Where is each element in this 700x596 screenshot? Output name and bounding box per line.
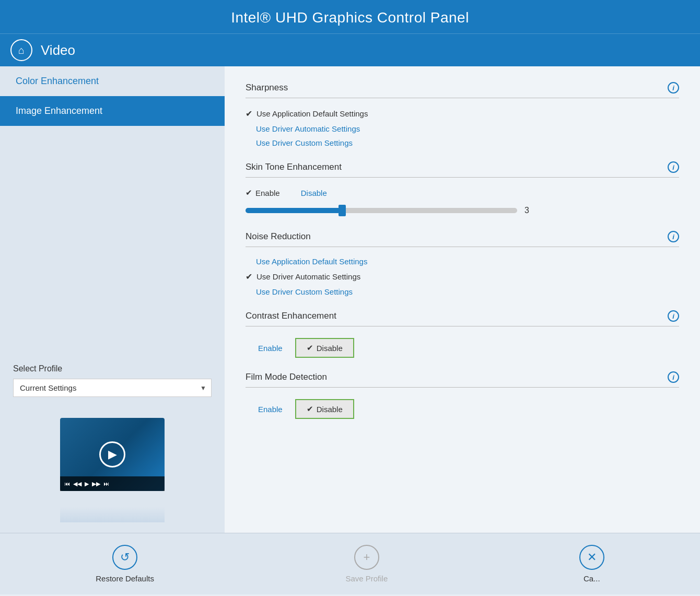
contrast-title: Contrast Enhancement — [246, 311, 336, 321]
cancel-label: Ca... — [584, 574, 600, 583]
contrast-disable-button[interactable]: ✔ Disable — [295, 338, 354, 358]
skip-forward-icon: ⏭ — [103, 481, 109, 487]
noise-reduction-title: Noise Reduction — [246, 231, 311, 242]
play-icon: ▶ — [85, 481, 89, 487]
sidebar: Color Enhancement Image Enhancement Sele… — [0, 66, 225, 533]
skin-tone-slider-thumb[interactable] — [339, 205, 346, 216]
sharpness-section-header: Sharpness i — [246, 82, 679, 98]
cancel-icon: ✕ — [579, 545, 604, 570]
sharpness-check-icon: ✔ — [246, 109, 252, 119]
app-title: Intel® UHD Graphics Control Panel — [0, 0, 700, 33]
contrast-disable-check: ✔ — [307, 343, 313, 353]
contrast-section-header: Contrast Enhancement i — [246, 310, 679, 326]
skip-back-icon: ⏮ — [64, 481, 70, 487]
restore-defaults-button[interactable]: ↺ Restore Defaults — [96, 545, 154, 583]
play-button-icon: ▶ — [99, 441, 125, 468]
skin-tone-title: Skin Tone Enhancement — [246, 162, 342, 172]
contrast-toggle-row: Enable ✔ Disable — [246, 334, 679, 362]
film-mode-section-header: Film Mode Detection i — [246, 371, 679, 388]
skin-tone-slider-fill — [246, 208, 341, 213]
footer: ↺ Restore Defaults + Save Profile ✕ Ca..… — [0, 533, 700, 594]
skin-tone-enable-option: ✔ Enable — [246, 188, 280, 197]
film-mode-disable-button[interactable]: ✔ Disable — [295, 399, 354, 419]
profile-select-wrapper: Current Settings ▼ — [13, 379, 212, 397]
film-mode-toggle-row: Enable ✔ Disable — [246, 395, 679, 423]
video-controls: ⏮ ◀◀ ▶ ▶▶ ⏭ — [60, 476, 165, 491]
skin-tone-slider-track[interactable] — [246, 208, 517, 213]
contrast-enable-button[interactable]: Enable — [246, 340, 295, 357]
video-reflection — [60, 507, 165, 522]
video-preview: ▶ ⏮ ◀◀ ▶ ▶▶ ⏭ — [0, 407, 225, 522]
noise-reduction-check-icon: ✔ — [246, 272, 252, 282]
sharpness-help-icon[interactable]: i — [668, 82, 679, 94]
profile-select[interactable]: Current Settings — [13, 379, 212, 397]
skin-tone-section-header: Skin Tone Enhancement i — [246, 161, 679, 178]
save-label: Save Profile — [345, 574, 388, 583]
home-icon[interactable]: ⌂ — [10, 39, 32, 61]
noise-reduction-driver-auto-row: ✔ Use Driver Automatic Settings — [246, 268, 679, 285]
skin-tone-disable-link[interactable]: Disable — [301, 189, 327, 197]
sharpness-app-default-row: ✔ Use Application Default Settings — [246, 106, 679, 122]
contrast-disable-label: Disable — [317, 344, 343, 353]
noise-reduction-app-default-link[interactable]: Use Application Default Settings — [246, 254, 679, 268]
restore-label: Restore Defaults — [96, 574, 154, 583]
skin-tone-help-icon[interactable]: i — [668, 161, 679, 173]
skin-tone-enable-label[interactable]: Enable — [255, 189, 280, 197]
save-profile-button[interactable]: + Save Profile — [345, 545, 388, 583]
app-title-text: Intel® UHD Graphics Control Panel — [231, 9, 469, 26]
header-nav: ⌂ Video — [0, 33, 700, 66]
sharpness-driver-auto-link[interactable]: Use Driver Automatic Settings — [246, 122, 679, 136]
skin-tone-enable-check: ✔ — [246, 188, 252, 197]
profile-section: Select Profile Current Settings ▼ — [0, 354, 225, 407]
skin-tone-slider-value: 3 — [524, 206, 535, 215]
main-layout: Color Enhancement Image Enhancement Sele… — [0, 66, 700, 533]
film-mode-help-icon[interactable]: i — [668, 371, 679, 383]
film-mode-title: Film Mode Detection — [246, 372, 327, 382]
skin-tone-slider-row: 3 — [246, 201, 679, 220]
save-icon: + — [354, 545, 379, 570]
next-icon: ▶▶ — [92, 481, 100, 487]
restore-icon: ↺ — [112, 545, 137, 570]
profile-label: Select Profile — [13, 364, 212, 373]
noise-reduction-driver-custom-link[interactable]: Use Driver Custom Settings — [246, 285, 679, 299]
sharpness-driver-custom-link[interactable]: Use Driver Custom Settings — [246, 136, 679, 150]
film-mode-enable-button[interactable]: Enable — [246, 401, 295, 418]
video-thumbnail: ▶ ⏮ ◀◀ ▶ ▶▶ ⏭ — [60, 418, 165, 491]
sidebar-item-image-enhancement[interactable]: Image Enhancement — [0, 96, 225, 126]
sharpness-app-default-label: Use Application Default Settings — [256, 109, 368, 118]
content-area: Sharpness i ✔ Use Application Default Se… — [225, 66, 700, 533]
prev-icon: ◀◀ — [73, 481, 81, 487]
film-mode-disable-check: ✔ — [307, 404, 313, 414]
skin-tone-toggle-row: ✔ Enable Disable — [246, 185, 679, 201]
contrast-help-icon[interactable]: i — [668, 310, 679, 322]
section-title: Video — [41, 42, 75, 59]
film-mode-disable-label: Disable — [317, 405, 343, 414]
sidebar-item-color-enhancement[interactable]: Color Enhancement — [0, 66, 225, 96]
sharpness-title: Sharpness — [246, 83, 288, 93]
noise-reduction-help-icon[interactable]: i — [668, 231, 679, 242]
noise-reduction-driver-auto-label: Use Driver Automatic Settings — [256, 272, 360, 281]
noise-reduction-section-header: Noise Reduction i — [246, 231, 679, 247]
cancel-button[interactable]: ✕ Ca... — [579, 545, 604, 583]
